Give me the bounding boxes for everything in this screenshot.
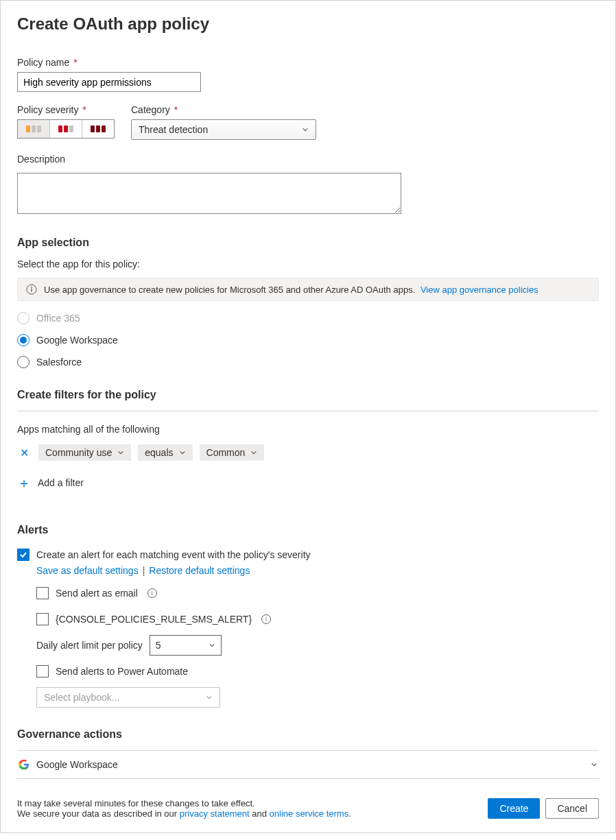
privacy-link[interactable]: privacy statement <box>180 808 250 819</box>
chevron-down-icon <box>250 449 257 456</box>
policy-severity-label: Policy severity * <box>17 104 115 115</box>
playbook-placeholder: Select playbook... <box>44 692 120 703</box>
daily-limit-label: Daily alert limit per policy <box>36 640 143 651</box>
create-alert-label: Create an alert for each matching event … <box>36 549 311 560</box>
governance-heading: Governance actions <box>17 728 599 741</box>
view-governance-link[interactable]: View app governance policies <box>420 285 538 295</box>
filter-field-dropdown[interactable]: Community use <box>38 444 131 461</box>
info-icon[interactable]: i <box>147 588 157 598</box>
footer-text: It may take several minutes for these ch… <box>17 798 351 819</box>
app-selection-heading: App selection <box>17 237 599 249</box>
radio-office365-row: Office 365 <box>17 312 599 324</box>
remove-filter-icon[interactable]: ✕ <box>17 446 32 459</box>
filter-value-dropdown[interactable]: Common <box>200 444 265 461</box>
cancel-button[interactable]: Cancel <box>545 798 599 819</box>
send-email-checkbox[interactable] <box>36 587 49 599</box>
policy-name-input[interactable] <box>17 72 201 92</box>
info-bar-text: Use app governance to create new policie… <box>44 285 415 295</box>
category-value: Threat detection <box>139 124 208 135</box>
power-automate-label: Send alerts to Power Automate <box>56 666 188 677</box>
chevron-down-icon <box>179 449 186 456</box>
sms-alert-checkbox[interactable] <box>36 613 49 625</box>
radio-office365-label: Office 365 <box>36 313 80 324</box>
terms-link[interactable]: online service terms <box>270 808 349 819</box>
info-icon <box>26 284 37 295</box>
severity-group <box>17 119 115 139</box>
create-alert-checkbox[interactable] <box>17 549 29 561</box>
add-filter-label: Add a filter <box>38 477 84 488</box>
radio-google-label: Google Workspace <box>36 335 118 346</box>
chevron-down-icon <box>591 761 597 768</box>
daily-limit-dropdown[interactable]: 5 <box>150 635 222 656</box>
description-input[interactable] <box>17 173 401 214</box>
category-dropdown[interactable]: Threat detection <box>131 119 316 140</box>
restore-defaults-link[interactable]: Restore default settings <box>149 565 250 576</box>
filters-heading: Create filters for the policy <box>17 389 599 401</box>
playbook-dropdown[interactable]: Select playbook... <box>36 687 220 708</box>
governance-item-label: Google Workspace <box>36 759 118 770</box>
daily-limit-value: 5 <box>156 640 161 651</box>
svg-point-1 <box>31 287 32 288</box>
chevron-down-icon <box>206 694 213 701</box>
filters-matching-label: Apps matching all of the following <box>17 424 599 435</box>
power-automate-checkbox[interactable] <box>36 665 49 677</box>
add-filter-button[interactable]: ＋ Add a filter <box>17 476 599 490</box>
app-selection-subtext: Select the app for this policy: <box>17 259 599 269</box>
chevron-down-icon <box>117 449 124 456</box>
info-icon[interactable]: i <box>261 614 271 624</box>
radio-google[interactable] <box>17 334 29 346</box>
check-icon <box>19 551 27 559</box>
svg-rect-2 <box>31 289 32 292</box>
policy-name-label: Policy name * <box>17 57 599 68</box>
radio-office365 <box>17 312 29 324</box>
description-label: Description <box>17 154 599 165</box>
page-title: Create OAuth app policy <box>17 14 599 34</box>
severity-low-button[interactable] <box>18 120 50 138</box>
create-button[interactable]: Create <box>488 798 540 819</box>
chevron-down-icon <box>302 126 309 133</box>
plus-icon: ＋ <box>17 476 31 490</box>
google-icon <box>19 759 29 770</box>
radio-google-row[interactable]: Google Workspace <box>17 334 599 346</box>
severity-high-button[interactable] <box>82 120 114 138</box>
radio-salesforce-label: Salesforce <box>36 357 82 368</box>
radio-salesforce-row[interactable]: Salesforce <box>17 356 599 368</box>
governance-google-row[interactable]: Google Workspace <box>17 751 599 779</box>
sms-alert-label: {CONSOLE_POLICIES_RULE_SMS_ALERT} <box>56 614 252 625</box>
category-label: Category * <box>131 104 316 115</box>
alerts-heading: Alerts <box>17 524 599 536</box>
filter-operator-dropdown[interactable]: equals <box>138 444 192 461</box>
chevron-down-icon <box>209 642 215 649</box>
save-defaults-link[interactable]: Save as default settings <box>36 565 139 576</box>
info-bar: Use app governance to create new policie… <box>17 278 599 301</box>
radio-salesforce[interactable] <box>17 356 29 368</box>
send-email-label: Send alert as email <box>56 588 138 599</box>
severity-medium-button[interactable] <box>50 120 82 138</box>
